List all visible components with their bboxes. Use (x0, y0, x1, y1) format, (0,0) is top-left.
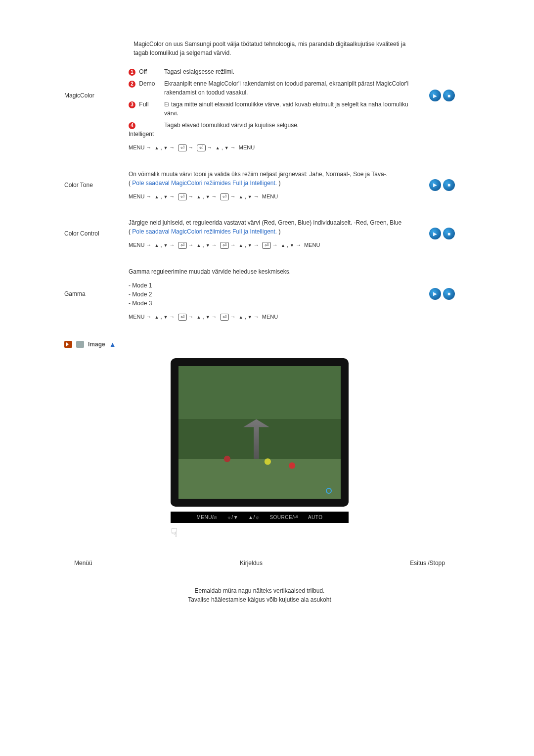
enter-icon: ⏎ (197, 144, 206, 151)
gamma-menu-path: MENU→ ▲ , ▼→ ⏎→ ▲ , ▼→ ⏎→ ▲ , ▼→ MENU (129, 313, 410, 321)
magiccolor-opt-full: 3 Full Ei taga mitte ainult elavaid loom… (129, 100, 410, 118)
image-section-title: Image (88, 341, 105, 348)
gamma-section: Gamma Gamma reguleerimine muudab värvide… (64, 262, 455, 326)
magiccolor-intro: MagicColor on uus Samsungi poolt välja t… (129, 40, 410, 57)
stop-icon[interactable] (443, 228, 455, 239)
enter-icon: ⏎ (178, 144, 187, 151)
colortone-body: On võimalik muuta värvi tooni ja valida … (129, 170, 410, 179)
col-menu: Menüü (74, 560, 92, 567)
gamma-mode3: - Mode 3 (129, 299, 410, 308)
up-triangle-icon[interactable]: ▲ (109, 340, 116, 348)
monitor-button-bar: MENU/⎚ ☼/▼ ▲/☼ SOURCE/⏎ AUTO (171, 512, 349, 523)
colorcontrol-menu-path: MENU→ ▲ , ▼→ ⏎→ ▲ , ▼→ ⏎→ ▲ , ▼→ ⏎→ ▲ , … (129, 241, 410, 249)
pagoda-icon (243, 419, 269, 459)
badge-4-icon: 4 (129, 122, 135, 129)
colortone-section: Color Tone On võimalik muuta värvi tooni… (64, 165, 455, 206)
play-icon[interactable] (429, 228, 441, 239)
colortone-note: Pole saadaval MagicColori režiimides Ful… (132, 180, 277, 187)
magiccolor-menu-path: MENU→ ▲ , ▼→ ⏎→ ⏎→ ▲ , ▼→ MENU (129, 143, 410, 152)
stop-icon[interactable] (443, 288, 455, 300)
gamma-body: Gamma reguleerimine muudab värvide heled… (129, 267, 410, 276)
magiccolor-opt-off: 1 Off Tagasi esialgsesse režiimi. (129, 67, 410, 76)
column-headers: Menüü Kirjeldus Esitus /Stopp (64, 555, 455, 571)
badge-2-icon: 2 (129, 81, 135, 88)
monitor-scene (178, 366, 341, 499)
hand-cursor-icon: ☟ (171, 526, 349, 540)
btn-menu[interactable]: MENU/⎚ (196, 515, 217, 520)
magiccolor-opt-intelligent: 4 Intelligent Tagab elavad loomulikud vä… (129, 121, 410, 139)
magiccolor-opt-demo: 2 Demo Ekraanipilt enne MagicColor'i rak… (129, 79, 410, 97)
play-icon[interactable] (429, 288, 441, 300)
col-play: Esitus /Stopp (410, 560, 445, 567)
btn-bright[interactable]: ☼/▼ (227, 515, 238, 520)
power-led-icon (326, 488, 332, 494)
monitor-illustration (171, 358, 349, 507)
coarse-body: Eemaldab müra nagu näiteks vertikaalsed … (64, 586, 455, 604)
gamma-label: Gamma (64, 262, 129, 326)
stop-icon[interactable] (443, 90, 455, 101)
btn-auto[interactable]: AUTO (308, 515, 323, 520)
colorcontrol-note: Pole saadaval MagicColori režiimides Ful… (132, 228, 277, 235)
magiccolor-label: MagicColor (64, 35, 129, 157)
badge-3-icon: 3 (129, 101, 135, 108)
magiccolor-media (429, 90, 455, 101)
play-icon[interactable] (429, 179, 441, 191)
btn-source[interactable]: SOURCE/⏎ (269, 515, 298, 520)
image-section-header: Image ▲ (64, 340, 455, 348)
play-icon[interactable] (429, 90, 441, 101)
colortone-menu-path: MENU→ ▲ , ▼→ ⏎→ ▲ , ▼→ ⏎→ ▲ , ▼→ MENU (129, 192, 410, 201)
colorcontrol-body: Järgige neid juhiseid, et reguleerida va… (129, 218, 410, 227)
col-desc: Kirjeldus (240, 560, 263, 567)
colorcontrol-label: Color Control (64, 213, 129, 254)
gamma-mode2: - Mode 2 (129, 290, 410, 299)
colortone-label: Color Tone (64, 165, 129, 206)
badge-1-icon: 1 (129, 69, 135, 76)
section-icon-1 (64, 341, 72, 348)
magiccolor-section: MagicColor MagicColor on uus Samsungi po… (64, 35, 455, 157)
gamma-mode1: - Mode 1 (129, 281, 410, 290)
colorcontrol-section: Color Control Järgige neid juhiseid, et … (64, 213, 455, 254)
stop-icon[interactable] (443, 179, 455, 191)
section-icon-2 (76, 341, 84, 348)
btn-vol[interactable]: ▲/☼ (248, 515, 260, 520)
